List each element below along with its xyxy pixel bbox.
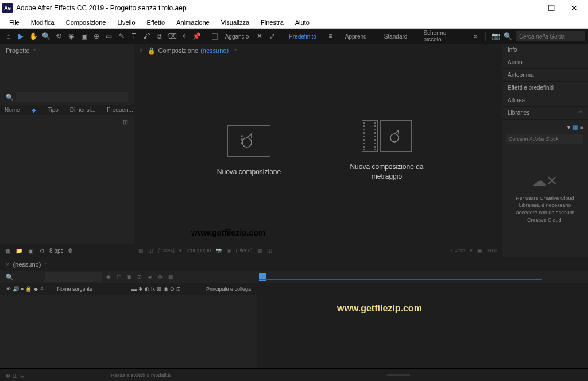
lock-icon[interactable]: 🔒 [148,47,156,55]
menu-view[interactable]: Visualizza [215,18,255,27]
panel-menu-icon[interactable]: ≡ [44,261,48,267]
tl-icon[interactable]: ⚙ [156,273,164,281]
new-comp-icon[interactable]: ▣ [26,247,34,255]
roto-tool-icon[interactable]: ✧ [179,30,189,42]
region-icon[interactable]: ◉ [227,248,231,253]
switch-icon[interactable]: ◐ [145,286,149,292]
shape-tool-icon[interactable]: ▭ [104,30,114,42]
timeline-tracks[interactable]: www.getfilezip.com [257,283,588,364]
workspace-learn[interactable]: Apprendi [338,31,375,42]
snapshot-icon[interactable]: 📷 [490,30,501,42]
close-button[interactable]: ✕ [563,1,586,16]
orbit-tool-icon[interactable]: ⟲ [53,30,64,42]
view-icon[interactable]: ▾ [470,248,473,253]
workspace-more-icon[interactable]: » [470,30,481,42]
hand-tool-icon[interactable]: ✋ [29,30,39,42]
libraries-search-input[interactable] [506,134,583,144]
panel-menu-icon[interactable]: ≡ [234,48,238,54]
eye-icon[interactable]: 👁 [6,286,11,292]
zoom-slider[interactable] [387,374,410,376]
panel-align[interactable]: Allinea [502,94,588,107]
home-icon[interactable]: ⌂ [3,30,14,42]
col-name[interactable]: Nome [5,107,20,113]
eraser-tool-icon[interactable]: ⌫ [167,30,177,42]
help-search-input[interactable] [516,31,585,41]
timeline-tab-none[interactable]: (nessuno) [13,261,41,268]
resolution-label[interactable]: (Pieno) [236,248,253,253]
toggle-icon[interactable]: ⊞ [6,372,10,378]
switch-icon[interactable]: ▦ [157,286,162,292]
close-tab-icon[interactable]: × [6,261,9,268]
new-comp-footage-card[interactable]: Nuova composizione da metraggio [335,120,439,182]
guides-icon[interactable]: ◫ [267,248,272,253]
switch-icon[interactable]: ▬ [131,286,137,292]
switch-icon[interactable]: ◉ [164,286,168,292]
menu-composition[interactable]: Composizione [60,18,112,27]
timeline-search-input[interactable] [45,272,102,282]
switch-icon[interactable]: ⊙ [170,286,175,292]
panel-audio[interactable]: Audio [502,56,588,69]
menu-animation[interactable]: Animazione [171,18,215,27]
view-label[interactable]: 1 vista [450,248,465,253]
menu-effect[interactable]: Effetto [141,18,171,27]
lock-icon[interactable]: 🔒 [25,286,32,292]
settings-icon[interactable]: ⚙ [38,247,46,255]
new-comp-card[interactable]: Nuova composizione [198,125,301,177]
pan-behind-tool-icon[interactable]: ⊕ [91,30,102,42]
close-tab-icon[interactable]: × [140,47,143,54]
speaker-icon[interactable]: 🔊 [13,286,19,292]
grid-view-icon[interactable]: ▦ [572,124,578,130]
workspace-default[interactable]: Predefinito [282,31,323,42]
snapshot-icon[interactable]: 📷 [216,248,222,253]
selection-tool-icon[interactable]: ▶ [16,30,26,42]
clone-tool-icon[interactable]: ⧉ [154,30,164,42]
col-size[interactable]: Dimensi... [70,107,95,113]
snap-extend-icon[interactable]: ⤢ [267,30,277,42]
panel-effects[interactable]: Effetti e predefiniti [502,82,588,94]
workspace-small[interactable]: Schermo piccolo [416,28,468,45]
channel-icon[interactable]: ◫ [148,248,153,253]
exposure-value[interactable]: +0,0 [487,248,497,253]
3d-icon[interactable]: ▣ [477,248,482,253]
panel-libraries[interactable]: Libraries ≡ [502,107,588,120]
bpc-label[interactable]: 8 bpc [49,248,63,254]
list-view-icon[interactable]: ≡ [580,124,583,130]
panel-menu-icon[interactable]: ≡ [33,48,37,54]
minimize-button[interactable]: — [517,1,540,16]
menu-window[interactable]: Finestra [255,18,289,27]
col-source-name[interactable]: Nome sorgente [57,286,92,292]
col-label-icon[interactable]: ◆ [34,286,38,292]
tl-icon[interactable]: ⊡ [136,273,144,281]
panel-info[interactable]: Info [502,44,588,56]
switch-icon[interactable]: fx [151,286,155,292]
type-tool-icon[interactable]: T [129,30,140,42]
switch-icon[interactable]: ✱ [138,286,143,292]
menu-edit[interactable]: Modifica [25,18,60,27]
workspace-menu-icon[interactable]: ≡ [326,30,336,42]
menu-file[interactable]: File [3,18,25,27]
dropdown-icon[interactable]: ▾ [567,124,570,130]
res-icon[interactable]: ▾ [179,248,182,253]
menu-help[interactable]: Aiuto [289,18,315,27]
trash-icon[interactable]: 🗑 [67,247,75,255]
tl-icon[interactable]: ◈ [146,273,154,281]
col-type[interactable]: Tipo [48,107,59,113]
tl-icon[interactable]: ▣ [125,273,133,281]
switch-icon[interactable]: ⊡ [176,286,181,292]
brush-tool-icon[interactable]: 🖌 [141,30,152,42]
tl-icon[interactable]: ◉ [105,273,113,281]
maximize-button[interactable]: ☐ [540,1,563,16]
col-freq[interactable]: Frequen... [107,107,133,113]
new-folder-icon[interactable]: 📁 [15,247,23,255]
grid-icon[interactable]: ▦ [257,248,262,253]
panel-preview[interactable]: Anteprima [502,69,588,82]
rotation-tool-icon[interactable]: ◉ [66,30,76,42]
tl-icon[interactable]: ◫ [115,273,123,281]
tl-icon[interactable]: ▦ [167,273,175,281]
project-panel-header[interactable]: Progetto ≡ [0,44,134,57]
flowchart-icon[interactable]: ⊞ [123,118,128,226]
col-parent[interactable]: Principale e collega [206,286,251,292]
alpha-icon[interactable]: ▦ [138,248,144,253]
timecode[interactable]: 0;00;00;00 [187,248,211,253]
snap-option-icon[interactable]: ✕ [254,30,265,42]
